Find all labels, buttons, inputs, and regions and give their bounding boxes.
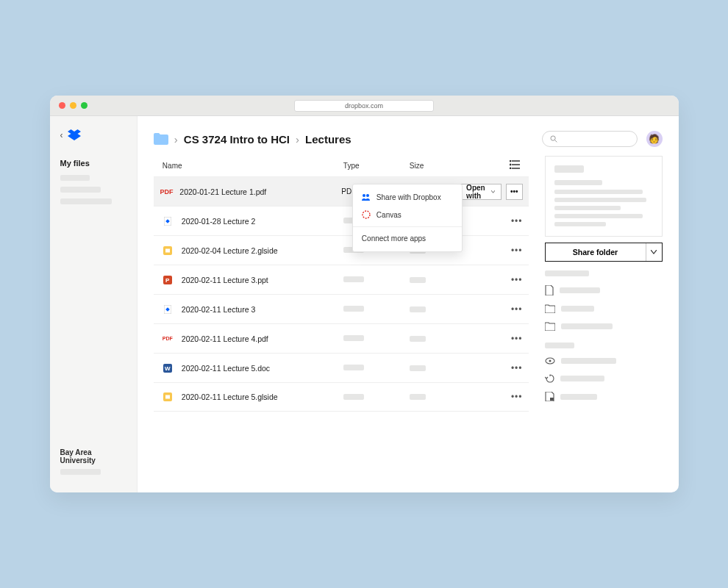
file-slides-icon — [160, 392, 176, 401]
file-row[interactable]: PDF 2020-01-21 Lecture 1.pdf PDF Share — [154, 176, 529, 206]
placeholder — [545, 343, 574, 348]
file-slides-icon — [160, 246, 176, 255]
file-name: 2020-02-11 Lecture 4.pdf — [176, 334, 343, 343]
sidebar-my-files[interactable]: My files — [60, 159, 126, 168]
info-card — [545, 156, 663, 237]
back-chevron-icon[interactable]: ‹ — [60, 130, 63, 140]
svg-point-8 — [363, 194, 365, 197]
open-with-button[interactable]: Open with — [460, 184, 502, 200]
file-name: 2020-02-11 Lecture 5.glside — [176, 392, 343, 401]
breadcrumb: › CS 3724 Intro to HCI › Lectures — [154, 133, 351, 146]
panel-item[interactable] — [545, 357, 663, 365]
file-name: 2020-02-04 Lecture 2.glside — [176, 246, 343, 255]
window-controls — [59, 102, 88, 109]
row-more-button[interactable]: ••• — [511, 275, 523, 285]
svg-point-0 — [550, 136, 554, 140]
people-icon — [362, 193, 371, 201]
svg-text:P: P — [165, 277, 170, 284]
user-icon: 🧑 — [649, 134, 660, 144]
column-name[interactable]: Name — [160, 162, 343, 170]
file-name: 2020-01-28 Lecture 2 — [176, 217, 343, 226]
sidebar-item-placeholder — [60, 469, 101, 475]
placeholder — [410, 365, 426, 371]
dropdown-separator — [353, 226, 462, 227]
file-row[interactable]: W 2020-02-11 Lecture 5.doc ••• — [154, 353, 529, 382]
file-pdf-icon: PDF — [160, 336, 176, 341]
file-pdf-icon: PDF — [160, 188, 174, 196]
file-row[interactable]: P 2020-02-11 Lecture 3.ppt ••• — [154, 265, 529, 294]
placeholder — [343, 365, 364, 370]
view-list-icon[interactable] — [510, 160, 520, 171]
canvas-icon — [362, 210, 371, 219]
placeholder — [554, 222, 606, 226]
row-more-button[interactable]: ••• — [511, 216, 523, 226]
share-with-dropbox-item[interactable]: Share with Dropbox — [353, 189, 462, 206]
panel-item[interactable] — [545, 304, 663, 313]
table-header: Name Type Size — [154, 156, 529, 176]
row-more-button[interactable]: ••• — [511, 334, 523, 344]
browser-titlebar: dropbox.com — [50, 96, 679, 116]
column-type[interactable]: Type — [343, 162, 410, 170]
search-icon — [550, 135, 557, 143]
chevron-down-icon — [491, 190, 495, 194]
placeholder — [560, 376, 604, 381]
sidebar-item-placeholder — [60, 187, 101, 193]
placeholder — [554, 206, 621, 210]
more-actions-button[interactable]: ••• — [506, 184, 523, 200]
column-size[interactable]: Size — [410, 162, 454, 170]
breadcrumb-folder[interactable]: CS 3724 Intro to HCI — [184, 133, 290, 146]
search-input[interactable] — [542, 131, 638, 147]
dropbox-logo-icon[interactable] — [68, 129, 81, 141]
connect-more-apps-item[interactable]: Connect more apps — [353, 230, 462, 247]
file-name: 2020-02-11 Lecture 3 — [176, 305, 343, 314]
placeholder — [554, 198, 646, 202]
row-more-button[interactable]: ••• — [511, 304, 523, 315]
share-folder-button[interactable]: Share folder — [545, 243, 663, 262]
close-window-icon[interactable] — [59, 102, 65, 109]
svg-line-1 — [554, 140, 557, 143]
file-lock-icon — [545, 392, 554, 401]
placeholder — [410, 394, 426, 400]
file-row[interactable]: 2020-02-11 Lecture 3 ••• — [154, 294, 529, 323]
sidebar: ‹ My files Bay Area University — [50, 116, 138, 492]
file-name: 2020-01-21 Lecture 1.pdf — [174, 187, 341, 196]
placeholder — [410, 277, 426, 283]
breadcrumb-separator-icon: › — [174, 133, 178, 146]
file-note-icon — [160, 217, 176, 226]
row-more-button[interactable]: ••• — [511, 392, 523, 402]
placeholder — [554, 165, 584, 173]
svg-text:W: W — [165, 365, 171, 372]
placeholder — [343, 306, 364, 312]
sidebar-item-placeholder — [60, 175, 90, 181]
panel-item[interactable] — [545, 373, 663, 383]
folder-icon — [545, 322, 555, 331]
share-folder-dropdown[interactable] — [646, 243, 662, 261]
svg-rect-22 — [165, 395, 170, 399]
share-folder-label: Share folder — [546, 243, 646, 261]
more-horizontal-icon: ••• — [510, 187, 518, 196]
placeholder — [554, 214, 643, 218]
url-text: dropbox.com — [345, 102, 383, 110]
placeholder — [554, 180, 602, 185]
minimize-window-icon[interactable] — [70, 102, 76, 109]
row-more-button[interactable]: ••• — [511, 245, 523, 256]
avatar[interactable]: 🧑 — [646, 131, 663, 147]
chevron-down-icon — [651, 250, 657, 254]
canvas-item[interactable]: Canvas — [353, 206, 462, 223]
header-row: › CS 3724 Intro to HCI › Lectures 🧑 — [138, 116, 679, 156]
panel-item[interactable] — [545, 322, 663, 331]
file-ppt-icon: P — [160, 276, 176, 284]
url-bar[interactable]: dropbox.com — [294, 100, 434, 112]
file-row[interactable]: 2020-02-04 Lecture 2.glside ••• — [154, 235, 529, 265]
dd-label: Share with Dropbox — [377, 193, 441, 201]
panel-item[interactable] — [545, 392, 663, 401]
file-row[interactable]: 2020-01-28 Lecture 2 ••• — [154, 206, 529, 235]
placeholder — [561, 306, 594, 312]
placeholder — [561, 323, 613, 329]
file-row[interactable]: PDF 2020-02-11 Lecture 4.pdf ••• — [154, 323, 529, 353]
maximize-window-icon[interactable] — [81, 102, 88, 109]
file-row[interactable]: 2020-02-11 Lecture 5.glside ••• — [154, 382, 529, 412]
row-more-button[interactable]: ••• — [511, 363, 523, 373]
info-panel: Share folder — [545, 156, 663, 479]
panel-item[interactable] — [545, 285, 663, 295]
